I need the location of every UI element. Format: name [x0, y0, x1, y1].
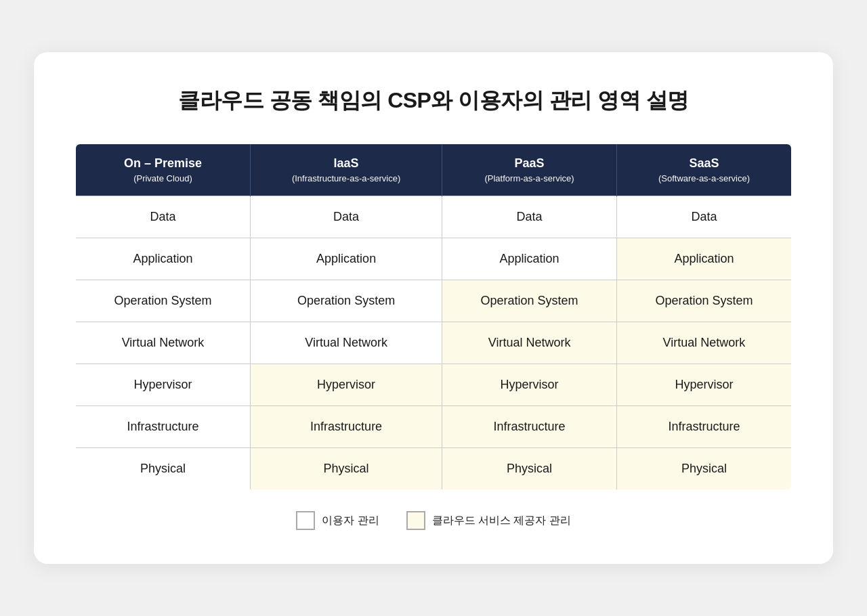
header-col-1: IaaS(Infrastructure-as-a-service) — [251, 144, 442, 196]
cell-4-1: Hypervisor — [251, 364, 442, 406]
header-label-2: PaaS — [515, 156, 545, 170]
header-sub-3: (Software-as-a-service) — [624, 173, 784, 183]
cell-2-2: Operation System — [442, 280, 617, 322]
header-col-2: PaaS(Platform-as-a-service) — [442, 144, 617, 196]
legend-user: 이용자 관리 — [296, 511, 379, 530]
cell-5-2: Infrastructure — [442, 406, 617, 448]
cell-1-0: Application — [75, 238, 251, 280]
table-row: InfrastructureInfrastructureInfrastructu… — [75, 406, 792, 448]
legend-csp-box — [406, 511, 425, 530]
cell-2-1: Operation System — [251, 280, 442, 322]
legend-csp: 클라우드 서비스 제공자 관리 — [406, 511, 571, 530]
table-row: DataDataDataData — [75, 196, 792, 238]
cell-3-1: Virtual Network — [251, 322, 442, 364]
legend-user-box — [296, 511, 315, 530]
header-sub-0: (Private Cloud) — [83, 173, 243, 183]
cell-0-3: Data — [616, 196, 792, 238]
header-label-1: IaaS — [334, 156, 359, 170]
cell-1-1: Application — [251, 238, 442, 280]
cell-3-2: Virtual Network — [442, 322, 617, 364]
main-card: 클라우드 공동 책임의 CSP와 이용자의 관리 영역 설명 On – Prem… — [34, 52, 833, 564]
cell-6-0: Physical — [75, 448, 251, 491]
cell-1-3: Application — [616, 238, 792, 280]
cell-0-1: Data — [251, 196, 442, 238]
header-sub-2: (Platform-as-a-service) — [449, 173, 610, 183]
cell-6-3: Physical — [616, 448, 792, 491]
cell-5-3: Infrastructure — [616, 406, 792, 448]
cell-2-0: Operation System — [75, 280, 251, 322]
cell-4-0: Hypervisor — [75, 364, 251, 406]
legend-csp-label: 클라우드 서비스 제공자 관리 — [432, 514, 571, 528]
table-row: HypervisorHypervisorHypervisorHypervisor — [75, 364, 792, 406]
table-row: Operation SystemOperation SystemOperatio… — [75, 280, 792, 322]
table-row: Virtual NetworkVirtual NetworkVirtual Ne… — [75, 322, 792, 364]
legend: 이용자 관리 클라우드 서비스 제공자 관리 — [75, 511, 792, 530]
table-row: PhysicalPhysicalPhysicalPhysical — [75, 448, 792, 491]
cell-6-2: Physical — [442, 448, 617, 491]
header-sub-1: (Infrastructure-as-a-service) — [257, 173, 435, 183]
page-title: 클라우드 공동 책임의 CSP와 이용자의 관리 영역 설명 — [75, 86, 792, 116]
header-label-3: SaaS — [689, 156, 719, 170]
header-label-0: On – Premise — [124, 156, 202, 170]
table-row: ApplicationApplicationApplicationApplica… — [75, 238, 792, 280]
table-header-row: On – Premise(Private Cloud)IaaS(Infrastr… — [75, 144, 792, 196]
cell-5-0: Infrastructure — [75, 406, 251, 448]
cell-1-2: Application — [442, 238, 617, 280]
legend-user-label: 이용자 관리 — [322, 514, 379, 528]
cell-6-1: Physical — [251, 448, 442, 491]
cell-5-1: Infrastructure — [251, 406, 442, 448]
cell-3-3: Virtual Network — [616, 322, 792, 364]
cell-4-2: Hypervisor — [442, 364, 617, 406]
cell-4-3: Hypervisor — [616, 364, 792, 406]
cell-3-0: Virtual Network — [75, 322, 251, 364]
responsibility-table: On – Premise(Private Cloud)IaaS(Infrastr… — [75, 143, 792, 491]
header-col-0: On – Premise(Private Cloud) — [75, 144, 251, 196]
header-col-3: SaaS(Software-as-a-service) — [616, 144, 792, 196]
cell-0-2: Data — [442, 196, 617, 238]
cell-2-3: Operation System — [616, 280, 792, 322]
cell-0-0: Data — [75, 196, 251, 238]
